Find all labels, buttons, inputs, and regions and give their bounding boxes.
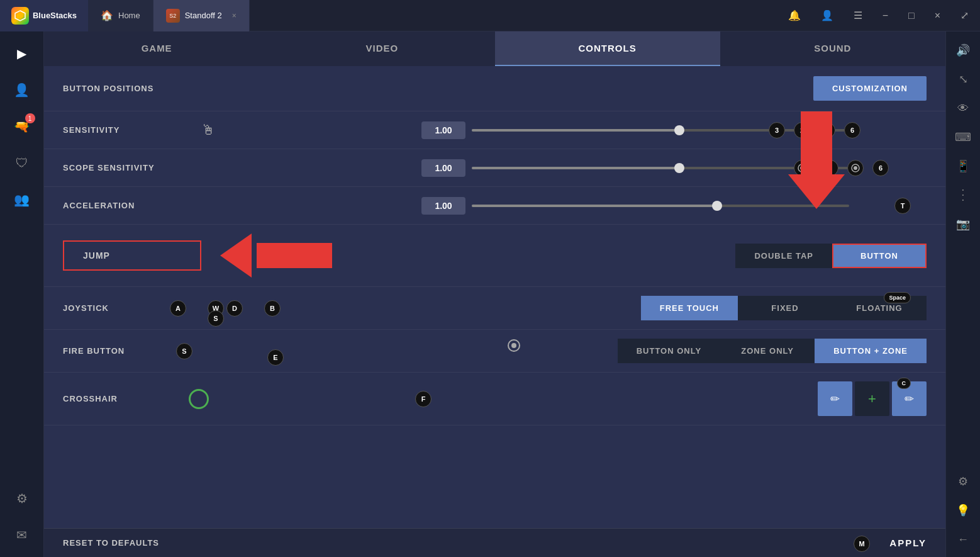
- tab-sound[interactable]: SOUND: [720, 31, 945, 66]
- rs-more-btn[interactable]: •••: [950, 183, 976, 208]
- jump-button-btn[interactable]: BUTTON: [832, 244, 927, 268]
- joystick-label: JOYSTICK: [63, 303, 164, 313]
- rs-back-btn[interactable]: ←: [950, 527, 976, 552]
- rs-settings-btn[interactable]: ⚙: [950, 469, 976, 494]
- rs-eye-btn[interactable]: 👁: [950, 96, 976, 121]
- plus-icon: +: [868, 391, 876, 407]
- joystick-floating-btn[interactable]: FLOATING: [832, 296, 927, 320]
- fire-option-group: BUTTON ONLY ZONE ONLY BUTTON + ZONE: [618, 339, 927, 363]
- bell-icon[interactable]: 🔔: [783, 7, 806, 24]
- title-bar: BlueStacks 🏠 Home S2 Standoff 2 × 🔔 👤 ☰ …: [0, 0, 980, 31]
- bs-icon: [11, 7, 29, 25]
- fire-joystick-icon: [507, 339, 521, 355]
- key-1-badge: 1: [819, 122, 835, 138]
- scope-sensitivity-slider[interactable]: [472, 167, 849, 169]
- rs-screenshot-icon: 📷: [956, 217, 970, 231]
- mouse-icon: 🖱: [201, 122, 215, 138]
- rs-eye-icon: 👁: [957, 102, 969, 115]
- rs-volume-icon: 🔊: [956, 43, 970, 57]
- joystick2-badge: [847, 160, 864, 176]
- rs-keyboard-btn[interactable]: ⌨: [950, 125, 976, 150]
- crosshair-circle: [189, 389, 218, 409]
- sensitivity-value: 1.00: [421, 121, 465, 139]
- tab-video[interactable]: VIDEO: [269, 31, 494, 66]
- rs-expand-btn[interactable]: ⤡: [950, 67, 976, 92]
- key-2b-badge: 2: [822, 160, 838, 176]
- scope-sensitivity-fill: [472, 167, 679, 169]
- sidebar-shield-btn[interactable]: 🛡: [6, 147, 38, 179]
- game-thumb: S2: [166, 9, 180, 23]
- sensitivity-fill: [472, 129, 679, 132]
- restore-icon[interactable]: ⤢: [955, 7, 974, 24]
- sensitivity-thumb[interactable]: [674, 125, 684, 135]
- close-tab-btn[interactable]: ×: [232, 11, 237, 20]
- sidebar-group-btn[interactable]: 👥: [6, 184, 38, 215]
- svg-point-3: [800, 166, 804, 170]
- arrow-head-left: [220, 233, 252, 278]
- profile-icon: 👤: [14, 82, 30, 98]
- reset-label: RESET TO DEFAULTS: [63, 538, 159, 548]
- key-m-badge: M: [854, 536, 870, 552]
- rs-screenshot-btn[interactable]: 📷: [950, 211, 976, 237]
- gun-badge: 1: [25, 113, 35, 123]
- rs-phone-btn[interactable]: 📱: [950, 154, 976, 179]
- sidebar-profile-btn[interactable]: 👤: [6, 74, 38, 106]
- sensitivity-row: SENSITIVITY 🖱 1.00 3 2 1 6: [44, 111, 945, 149]
- sensitivity-slider[interactable]: [472, 129, 849, 132]
- key-b-badge: B: [264, 300, 281, 317]
- space-badge: Space: [884, 292, 911, 303]
- home-icon: 🏠: [101, 9, 113, 21]
- crosshair-plus-btn[interactable]: +: [855, 381, 889, 416]
- right-sidebar: 🔊 ⤡ 👁 ⌨ 📱 ••• 📷 ⚙ 💡 ←: [945, 31, 980, 557]
- tab-game[interactable]: GAME: [44, 31, 269, 66]
- maximize-btn[interactable]: □: [903, 8, 920, 24]
- sidebar-mail-btn[interactable]: ✉: [6, 519, 38, 551]
- home-tab[interactable]: 🏠 Home: [88, 0, 153, 31]
- tab-controls[interactable]: CONTROLS: [495, 31, 720, 66]
- fire-button-only-btn[interactable]: BUTTON ONLY: [618, 339, 720, 363]
- rs-phone-icon: 📱: [956, 159, 970, 173]
- svg-point-5: [854, 166, 857, 170]
- menu-icon[interactable]: ☰: [849, 7, 867, 24]
- rs-bulb-btn[interactable]: 💡: [950, 498, 976, 523]
- key-c-badge: C: [897, 378, 911, 389]
- customization-button[interactable]: CUSTOMIZATION: [813, 76, 927, 101]
- title-bar-controls: 🔔 👤 ☰ − □ × ⤢: [783, 7, 980, 24]
- crosshair-controls: ✏ + ✏: [818, 381, 927, 416]
- joystick-free-touch-btn[interactable]: FREE TOUCH: [641, 296, 738, 320]
- key-6-badge: 6: [844, 122, 860, 138]
- scope-sensitivity-value: 1.00: [421, 159, 465, 177]
- arrow-shaft-h: [257, 243, 332, 268]
- svg-marker-1: [17, 13, 23, 19]
- crosshair-label: CROSSHAIR: [63, 394, 164, 403]
- crosshair-circle-inner: [189, 389, 209, 409]
- joystick-fixed-btn[interactable]: FIXED: [738, 296, 832, 320]
- svg-point-7: [511, 343, 516, 348]
- acceleration-thumb[interactable]: [712, 201, 722, 211]
- jump-double-tap-btn[interactable]: DOUBLE TAP: [735, 244, 832, 268]
- rs-volume-btn[interactable]: 🔊: [950, 38, 976, 63]
- user-icon[interactable]: 👤: [816, 7, 838, 24]
- main-layout: ▶ 👤 🔫 1 🛡 👥 ⚙ ✉ GAME VIDEO CONTROLS SOU: [0, 31, 980, 557]
- sidebar-gun-btn[interactable]: 🔫 1: [6, 111, 38, 142]
- key-2-badge: 2: [794, 122, 810, 138]
- game-tab[interactable]: S2 Standoff 2 ×: [153, 0, 250, 31]
- rs-back-icon: ←: [957, 533, 969, 546]
- key-3-badge: 3: [769, 122, 785, 138]
- joystick-row: JOYSTICK W A D S B FREE TOUCH FIXED FLOA…: [44, 287, 945, 330]
- sidebar-settings-btn[interactable]: ⚙: [6, 483, 38, 514]
- key-s2-badge: S: [176, 343, 192, 359]
- fire-zone-only-btn[interactable]: ZONE ONLY: [720, 339, 815, 363]
- group-icon: 👥: [14, 192, 30, 207]
- minimize-btn[interactable]: −: [877, 8, 893, 24]
- crosshair-row: CROSSHAIR F ✏ + ✏: [44, 373, 945, 425]
- fire-button-zone-btn[interactable]: BUTTON + ZONE: [815, 339, 927, 363]
- tabs-bar: GAME VIDEO CONTROLS SOUND: [44, 31, 945, 66]
- close-btn[interactable]: ×: [930, 8, 945, 24]
- crosshair-edit-btn[interactable]: ✏: [818, 381, 852, 416]
- sidebar-play-btn[interactable]: ▶: [6, 38, 38, 69]
- acceleration-slider[interactable]: [472, 205, 849, 207]
- scope-sensitivity-thumb[interactable]: [674, 163, 684, 173]
- key-f-badge: F: [415, 391, 432, 407]
- apply-button[interactable]: APPLY: [889, 537, 927, 548]
